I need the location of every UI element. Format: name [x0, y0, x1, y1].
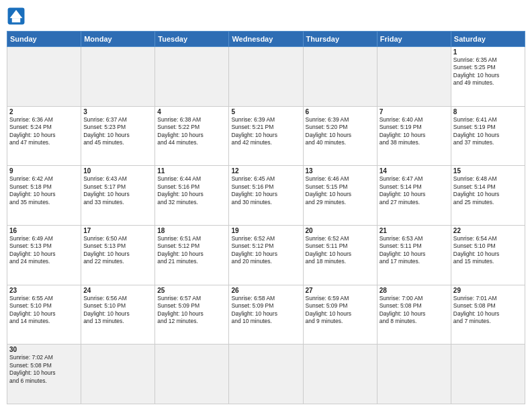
- weekday-sunday: Sunday: [7, 32, 81, 47]
- day-info: Sunrise: 6:57 AM Sunset: 5:09 PM Dayligh…: [157, 295, 226, 326]
- day-info: Sunrise: 7:00 AM Sunset: 5:08 PM Dayligh…: [380, 295, 449, 326]
- day-info: Sunrise: 6:39 AM Sunset: 5:20 PM Dayligh…: [306, 116, 375, 147]
- header: [7, 7, 525, 26]
- calendar-cell: 29Sunrise: 7:01 AM Sunset: 5:08 PM Dayli…: [451, 285, 525, 345]
- weekday-thursday: Thursday: [303, 32, 377, 47]
- calendar-cell: 8Sunrise: 6:41 AM Sunset: 5:19 PM Daylig…: [451, 106, 525, 166]
- calendar-week-5: 30Sunrise: 7:02 AM Sunset: 5:08 PM Dayli…: [7, 345, 525, 404]
- calendar-week-1: 2Sunrise: 6:36 AM Sunset: 5:24 PM Daylig…: [7, 106, 525, 166]
- weekday-friday: Friday: [377, 32, 451, 47]
- day-number: 19: [231, 227, 300, 234]
- day-info: Sunrise: 6:44 AM Sunset: 5:16 PM Dayligh…: [157, 175, 226, 206]
- calendar-cell: [155, 47, 229, 107]
- day-info: Sunrise: 6:41 AM Sunset: 5:19 PM Dayligh…: [453, 116, 523, 147]
- day-info: Sunrise: 6:51 AM Sunset: 5:12 PM Dayligh…: [157, 235, 226, 266]
- day-number: 4: [157, 108, 226, 116]
- day-number: 15: [453, 167, 523, 175]
- calendar-cell: 13Sunrise: 6:46 AM Sunset: 5:15 PM Dayli…: [303, 166, 377, 226]
- day-info: Sunrise: 6:49 AM Sunset: 5:13 PM Dayligh…: [9, 235, 79, 266]
- day-info: Sunrise: 6:53 AM Sunset: 5:11 PM Dayligh…: [380, 235, 449, 266]
- day-info: Sunrise: 6:59 AM Sunset: 5:09 PM Dayligh…: [306, 295, 375, 326]
- calendar-cell: 18Sunrise: 6:51 AM Sunset: 5:12 PM Dayli…: [155, 225, 229, 285]
- day-number: 17: [83, 227, 152, 234]
- calendar-cell: [377, 345, 451, 404]
- calendar-cell: [7, 47, 81, 107]
- day-info: Sunrise: 6:35 AM Sunset: 5:25 PM Dayligh…: [453, 56, 523, 87]
- calendar-cell: 15Sunrise: 6:48 AM Sunset: 5:14 PM Dayli…: [451, 166, 525, 226]
- day-info: Sunrise: 6:38 AM Sunset: 5:22 PM Dayligh…: [157, 116, 226, 147]
- day-info: Sunrise: 6:54 AM Sunset: 5:10 PM Dayligh…: [453, 235, 523, 266]
- calendar-cell: 27Sunrise: 6:59 AM Sunset: 5:09 PM Dayli…: [303, 285, 377, 345]
- day-info: Sunrise: 6:52 AM Sunset: 5:11 PM Dayligh…: [306, 235, 375, 266]
- day-number: 25: [157, 287, 226, 294]
- calendar-cell: [155, 345, 229, 404]
- calendar-cell: 9Sunrise: 6:42 AM Sunset: 5:18 PM Daylig…: [7, 166, 81, 226]
- calendar-cell: 30Sunrise: 7:02 AM Sunset: 5:08 PM Dayli…: [7, 345, 81, 404]
- calendar-cell: 11Sunrise: 6:44 AM Sunset: 5:16 PM Dayli…: [155, 166, 229, 226]
- weekday-wednesday: Wednesday: [229, 32, 303, 47]
- day-info: Sunrise: 6:40 AM Sunset: 5:19 PM Dayligh…: [380, 116, 449, 147]
- day-number: 12: [231, 167, 300, 175]
- day-info: Sunrise: 6:37 AM Sunset: 5:23 PM Dayligh…: [83, 116, 152, 147]
- day-number: 30: [9, 346, 79, 353]
- day-info: Sunrise: 6:47 AM Sunset: 5:14 PM Dayligh…: [380, 175, 449, 206]
- calendar-week-0: 1Sunrise: 6:35 AM Sunset: 5:25 PM Daylig…: [7, 47, 525, 107]
- day-number: 28: [380, 287, 449, 294]
- calendar-cell: 25Sunrise: 6:57 AM Sunset: 5:09 PM Dayli…: [155, 285, 229, 345]
- calendar-cell: [229, 345, 303, 404]
- calendar-cell: 7Sunrise: 6:40 AM Sunset: 5:19 PM Daylig…: [377, 106, 451, 166]
- weekday-monday: Monday: [81, 32, 155, 47]
- calendar-week-4: 23Sunrise: 6:55 AM Sunset: 5:10 PM Dayli…: [7, 285, 525, 345]
- day-number: 9: [9, 167, 79, 175]
- calendar-week-3: 16Sunrise: 6:49 AM Sunset: 5:13 PM Dayli…: [7, 225, 525, 285]
- calendar-cell: 22Sunrise: 6:54 AM Sunset: 5:10 PM Dayli…: [451, 225, 525, 285]
- day-number: 6: [306, 108, 375, 116]
- day-number: 3: [83, 108, 152, 116]
- day-info: Sunrise: 6:52 AM Sunset: 5:12 PM Dayligh…: [231, 235, 300, 266]
- calendar-cell: 2Sunrise: 6:36 AM Sunset: 5:24 PM Daylig…: [7, 106, 81, 166]
- weekday-header-row: SundayMondayTuesdayWednesdayThursdayFrid…: [7, 32, 525, 47]
- day-info: Sunrise: 6:39 AM Sunset: 5:21 PM Dayligh…: [231, 116, 300, 147]
- day-info: Sunrise: 6:42 AM Sunset: 5:18 PM Dayligh…: [9, 175, 79, 206]
- day-info: Sunrise: 6:45 AM Sunset: 5:16 PM Dayligh…: [231, 175, 300, 206]
- calendar-cell: [303, 47, 377, 107]
- day-number: 24: [83, 287, 152, 294]
- day-info: Sunrise: 6:58 AM Sunset: 5:09 PM Dayligh…: [231, 295, 300, 326]
- calendar-cell: 14Sunrise: 6:47 AM Sunset: 5:14 PM Dayli…: [377, 166, 451, 226]
- calendar-cell: 5Sunrise: 6:39 AM Sunset: 5:21 PM Daylig…: [229, 106, 303, 166]
- day-info: Sunrise: 6:36 AM Sunset: 5:24 PM Dayligh…: [9, 116, 79, 147]
- day-info: Sunrise: 6:43 AM Sunset: 5:17 PM Dayligh…: [83, 175, 152, 206]
- day-number: 8: [453, 108, 523, 116]
- weekday-tuesday: Tuesday: [155, 32, 229, 47]
- day-number: 14: [380, 167, 449, 175]
- calendar-cell: 1Sunrise: 6:35 AM Sunset: 5:25 PM Daylig…: [451, 47, 525, 107]
- calendar-cell: 20Sunrise: 6:52 AM Sunset: 5:11 PM Dayli…: [303, 225, 377, 285]
- day-number: 7: [380, 108, 449, 116]
- day-info: Sunrise: 6:48 AM Sunset: 5:14 PM Dayligh…: [453, 175, 523, 206]
- calendar-cell: [451, 345, 525, 404]
- day-info: Sunrise: 7:01 AM Sunset: 5:08 PM Dayligh…: [453, 295, 523, 326]
- day-info: Sunrise: 6:55 AM Sunset: 5:10 PM Dayligh…: [9, 295, 79, 326]
- day-number: 22: [453, 227, 523, 234]
- calendar-cell: 28Sunrise: 7:00 AM Sunset: 5:08 PM Dayli…: [377, 285, 451, 345]
- day-number: 20: [306, 227, 375, 234]
- calendar-cell: 19Sunrise: 6:52 AM Sunset: 5:12 PM Dayli…: [229, 225, 303, 285]
- calendar-cell: [303, 345, 377, 404]
- calendar-cell: 3Sunrise: 6:37 AM Sunset: 5:23 PM Daylig…: [81, 106, 155, 166]
- generalblue-logo-icon: [7, 7, 26, 26]
- day-number: 27: [306, 287, 375, 294]
- day-number: 13: [306, 167, 375, 175]
- calendar-cell: 4Sunrise: 6:38 AM Sunset: 5:22 PM Daylig…: [155, 106, 229, 166]
- day-number: 5: [231, 108, 300, 116]
- calendar-cell: 12Sunrise: 6:45 AM Sunset: 5:16 PM Dayli…: [229, 166, 303, 226]
- day-info: Sunrise: 6:50 AM Sunset: 5:13 PM Dayligh…: [83, 235, 152, 266]
- day-number: 29: [453, 287, 523, 294]
- calendar-cell: [81, 345, 155, 404]
- day-number: 23: [9, 287, 79, 294]
- day-info: Sunrise: 6:46 AM Sunset: 5:15 PM Dayligh…: [306, 175, 375, 206]
- logo: [7, 7, 28, 26]
- day-number: 16: [9, 227, 79, 234]
- calendar-week-2: 9Sunrise: 6:42 AM Sunset: 5:18 PM Daylig…: [7, 166, 525, 226]
- calendar-cell: 17Sunrise: 6:50 AM Sunset: 5:13 PM Dayli…: [81, 225, 155, 285]
- calendar-cell: 10Sunrise: 6:43 AM Sunset: 5:17 PM Dayli…: [81, 166, 155, 226]
